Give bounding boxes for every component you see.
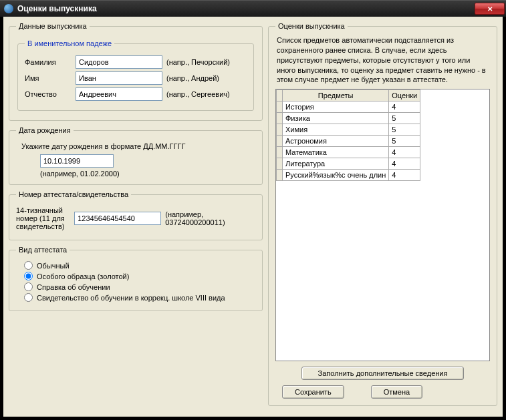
cell-grade[interactable]: 5 (389, 136, 420, 147)
cert-label: 14-тизначный номер (11 для свидетельств) (16, 206, 70, 230)
cell-grade[interactable]: 4 (389, 170, 420, 181)
window-title: Оценки выпускника (17, 4, 97, 13)
titlebar[interactable]: Оценки выпускника ✕ (0, 0, 506, 17)
cell-grade[interactable]: 4 (389, 101, 420, 113)
name-hint: (напр., Андрей) (166, 74, 219, 82)
grades-grid[interactable]: Предметы Оценки История4Физика5Химия5Аст… (275, 89, 490, 361)
radio-reference-label: Справка об обучении (37, 283, 110, 291)
row-selector[interactable] (277, 136, 283, 147)
app-icon (4, 4, 13, 13)
column-header-subject[interactable]: Предметы (283, 90, 389, 101)
cell-grade[interactable]: 5 (389, 124, 420, 136)
cell-subject[interactable]: Физика (283, 113, 389, 124)
dob-hint: (например, 01.02.2000) (40, 170, 255, 178)
dob-input[interactable] (40, 154, 114, 168)
group-dob: Дата рождения Укажите дату рождения в фо… (9, 126, 263, 185)
grades-description: Список предметов автоматически подставля… (275, 35, 490, 85)
row-selector[interactable] (277, 147, 283, 158)
group-name-case: В именительном падеже Фамилия (напр., Пе… (17, 39, 254, 111)
group-dob-legend: Дата рождения (16, 126, 74, 134)
group-certificate-legend: Номер аттестата/свидетельства (16, 190, 131, 198)
surname-input[interactable] (76, 55, 162, 69)
name-label: Имя (25, 74, 72, 82)
group-student-data-legend: Данные выпускника (16, 22, 90, 30)
grid-row-selector-header (277, 90, 283, 101)
surname-label: Фамилия (25, 58, 72, 66)
cert-hint: (например, 03724000200011) (165, 210, 255, 226)
row-selector[interactable] (277, 170, 283, 181)
cell-subject[interactable]: Литература (283, 158, 389, 170)
window-frame: Оценки выпускника ✕ Данные выпускника В … (0, 0, 506, 420)
group-grades: Оценки выпускника Список предметов автом… (268, 22, 497, 406)
row-selector[interactable] (277, 158, 283, 170)
group-cert-type: Вид аттестата Обычный Особого образца (з… (9, 246, 263, 311)
table-row[interactable]: Математика4 (277, 147, 420, 158)
cell-subject[interactable]: Математика (283, 147, 389, 158)
radio-gold[interactable] (24, 272, 33, 280)
client-area: Данные выпускника В именительном падеже … (3, 17, 503, 417)
radio-reference[interactable] (24, 282, 33, 291)
surname-hint: (напр., Печорский) (166, 58, 230, 66)
group-grades-legend: Оценки выпускника (275, 22, 348, 30)
cell-grade[interactable]: 4 (389, 147, 420, 158)
group-student-data: Данные выпускника В именительном падеже … (9, 22, 263, 121)
radio-ordinary-label: Обычный (37, 262, 70, 270)
row-selector[interactable] (277, 101, 283, 113)
cell-grade[interactable]: 4 (389, 158, 420, 170)
radio-correctional-label: Свидетельство об обучении в коррекц. шко… (37, 294, 225, 302)
fill-extra-button[interactable]: Заполнить дополнительные сведения (301, 367, 465, 380)
cell-subject[interactable]: Астрономия (283, 136, 389, 147)
row-selector[interactable] (277, 113, 283, 124)
radio-correctional[interactable] (24, 293, 33, 302)
table-row[interactable]: Астрономия5 (277, 136, 420, 147)
close-icon[interactable]: ✕ (475, 3, 505, 15)
radio-gold-label: Особого образца (золотой) (37, 272, 129, 280)
group-certificate: Номер аттестата/свидетельства 14-тизначн… (9, 190, 263, 240)
cell-subject[interactable]: Химия (283, 124, 389, 136)
row-selector[interactable] (277, 124, 283, 136)
cell-subject[interactable]: История (283, 101, 389, 113)
patronymic-input[interactable] (76, 87, 162, 101)
table-row[interactable]: Русский%язык%с очень длин4 (277, 170, 420, 181)
table-row[interactable]: Литература4 (277, 158, 420, 170)
table-row[interactable]: Химия5 (277, 124, 420, 136)
column-header-grade[interactable]: Оценки (389, 90, 420, 101)
group-cert-type-legend: Вид аттестата (16, 246, 70, 254)
cert-number-input[interactable] (74, 212, 161, 225)
name-input[interactable] (76, 71, 162, 85)
cell-grade[interactable]: 5 (389, 113, 420, 124)
cell-subject[interactable]: Русский%язык%с очень длин (283, 170, 389, 181)
radio-ordinary[interactable] (24, 261, 33, 270)
dob-instruction: Укажите дату рождения в формате ДД.ММ.ГГ… (21, 142, 255, 150)
group-name-case-legend: В именительном падеже (25, 39, 114, 47)
cancel-button[interactable]: Отмена (371, 385, 422, 399)
table-row[interactable]: Физика5 (277, 113, 420, 124)
save-button[interactable]: Сохранить (282, 385, 344, 399)
patronymic-hint: (напр., Сергеевич) (166, 90, 230, 98)
patronymic-label: Отчество (25, 90, 72, 98)
table-row[interactable]: История4 (277, 101, 420, 113)
